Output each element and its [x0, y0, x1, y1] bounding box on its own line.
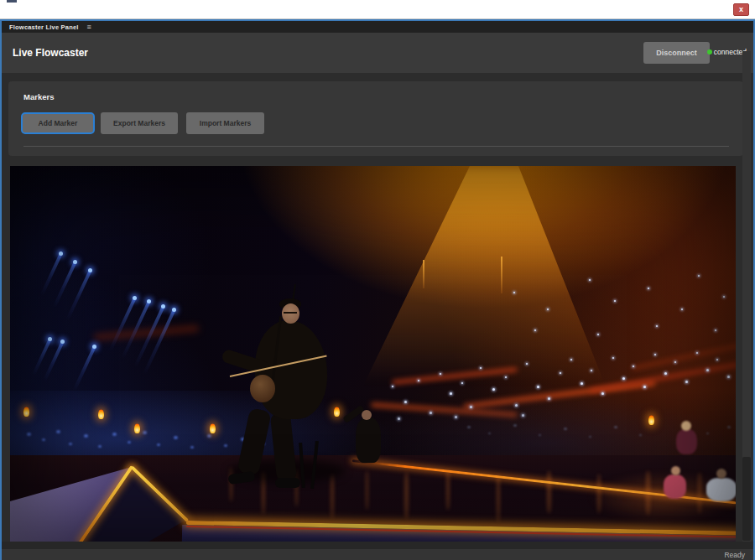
- screen: x Flowcaster Live Panel ≡ Live Flowcaste…: [0, 0, 755, 560]
- page-title: Live Flowcaster: [13, 47, 88, 59]
- divider: [23, 146, 729, 147]
- scrollbar-thumb[interactable]: [742, 457, 751, 541]
- connected-dot-icon: [707, 49, 712, 54]
- panel-title: Flowcaster Live Panel: [2, 23, 79, 31]
- header: Live Flowcaster Disconnect connected: [2, 33, 753, 73]
- close-button[interactable]: x: [733, 3, 749, 16]
- flowcaster-panel-window: Flowcaster Live Panel ≡ Live Flowcaster …: [0, 19, 755, 560]
- status-bar: Ready: [2, 549, 753, 560]
- os-titlebar: x: [0, 0, 755, 19]
- status-strip: [2, 542, 753, 549]
- markers-section: Markers Add Marker Export Markers Import…: [8, 81, 743, 156]
- disconnect-button[interactable]: Disconnect: [643, 42, 710, 64]
- ready-status: Ready: [724, 551, 745, 559]
- hamburger-menu-icon[interactable]: ≡: [87, 23, 91, 31]
- add-marker-button[interactable]: Add Marker: [21, 112, 95, 134]
- panel-titlebar: Flowcaster Live Panel ≡: [2, 21, 753, 33]
- connection-status: connected: [707, 48, 747, 56]
- vignette: [10, 166, 736, 543]
- export-markers-button[interactable]: Export Markers: [101, 112, 178, 134]
- video-preview: [10, 166, 736, 543]
- markers-title: Markers: [23, 92, 54, 101]
- import-markers-button[interactable]: Import Markers: [186, 112, 264, 134]
- markers-button-row: Add Marker Export Markers Import Markers: [21, 112, 264, 134]
- window-fragment: [7, 0, 17, 3]
